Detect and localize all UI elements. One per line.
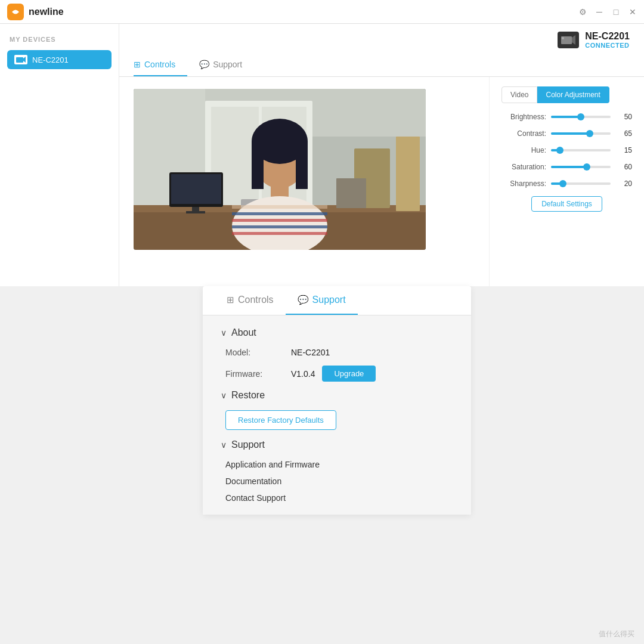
contrast-row: Contrast: 65 [501, 129, 632, 138]
hue-row: Hue: 15 [501, 146, 632, 154]
tab-controls[interactable]: ⊞ Controls [134, 54, 187, 76]
device-info: NE-C2201 CONNECTED [585, 31, 630, 49]
watermark: 值什么得买 [599, 629, 634, 639]
device-camera-icon [14, 55, 27, 64]
svg-rect-21 [252, 141, 264, 189]
default-settings-button[interactable]: Default Settings [531, 196, 602, 212]
brightness-row: Brightness: 50 [501, 113, 632, 121]
svg-rect-16 [186, 211, 205, 213]
sharpness-label: Sharpness: [501, 179, 546, 188]
support-link-contact[interactable]: Contact Support [225, 493, 453, 503]
device-name: NE-C2201 [32, 55, 69, 64]
sidebar-item-ne-c2201[interactable]: NE-C2201 [7, 50, 112, 69]
svg-rect-25 [232, 205, 327, 209]
brightness-track[interactable] [551, 116, 611, 118]
contrast-thumb[interactable] [586, 130, 593, 137]
support-section-title: Support [231, 439, 265, 450]
contrast-track[interactable] [551, 132, 611, 135]
support-link-documentation[interactable]: Documentation [225, 476, 453, 486]
close-button[interactable]: ✕ [628, 8, 637, 16]
sidebar-title: MY DEVICES [7, 36, 112, 43]
support-section-header[interactable]: ∨ Support [221, 439, 453, 450]
titlebar: newline ⚙ ─ □ ✕ [0, 0, 644, 24]
svg-point-4 [562, 37, 564, 39]
brightness-label: Brightness: [501, 113, 546, 121]
window-controls: ⚙ ─ □ ✕ [578, 8, 637, 16]
brightness-thumb[interactable] [577, 113, 584, 120]
main-tabs: ⊞ Controls 💬 Support [119, 54, 644, 77]
controls-icon: ⊞ [227, 295, 234, 305]
support-panel-tab-support[interactable]: 💬 Support [286, 286, 358, 315]
about-section-header[interactable]: ∨ About [221, 327, 453, 338]
saturation-fill [551, 166, 587, 168]
restore-section-header[interactable]: ∨ Restore [221, 390, 453, 401]
svg-marker-1 [23, 57, 26, 63]
saturation-thumb[interactable] [583, 163, 590, 171]
about-section-title: About [231, 327, 256, 338]
restore-chevron-icon: ∨ [221, 391, 227, 400]
panel-tabs: Video Color Adjustment [501, 86, 632, 103]
hue-thumb[interactable] [556, 147, 564, 154]
firmware-label: Firmware: [225, 369, 291, 379]
device-header: NE-C2201 CONNECTED [119, 24, 644, 54]
sharpness-value: 20 [615, 179, 632, 188]
hue-label: Hue: [501, 146, 546, 154]
brightness-fill [551, 116, 581, 118]
svg-rect-27 [232, 219, 327, 222]
minimize-button[interactable]: ─ [595, 8, 603, 16]
saturation-track[interactable] [551, 166, 611, 168]
svg-rect-32 [336, 178, 366, 208]
brightness-value: 50 [615, 113, 632, 121]
sharpness-row: Sharpness: 20 [501, 179, 632, 188]
contrast-value: 65 [615, 129, 632, 138]
support-panel-tabs: ⊞ Controls 💬 Support [203, 286, 471, 315]
svg-rect-29 [232, 232, 327, 235]
device-thumbnail [558, 32, 579, 48]
svg-rect-0 [16, 57, 23, 63]
camera-preview [134, 89, 426, 250]
firmware-value: V1.0.4 [291, 369, 315, 379]
device-model: NE-C2201 [585, 31, 630, 42]
contrast-label: Contrast: [501, 129, 546, 138]
model-row: Model: NE-C2201 [221, 348, 453, 357]
sharpness-track[interactable] [551, 182, 611, 185]
saturation-row: Saturation: 60 [501, 163, 632, 171]
hue-value: 15 [615, 146, 632, 154]
app-logo: newline [7, 4, 64, 20]
sharpness-thumb[interactable] [559, 180, 566, 187]
support-link-firmware[interactable]: Application and Firmware [225, 460, 453, 469]
svg-rect-15 [192, 207, 199, 212]
svg-rect-14 [171, 174, 221, 204]
controls-tab-icon: ⊞ [134, 60, 141, 69]
panel-tab-video[interactable]: Video [501, 86, 537, 103]
maximize-button[interactable]: □ [612, 8, 620, 16]
panel-tab-color[interactable]: Color Adjustment [537, 86, 609, 103]
support-panel-tab-controls[interactable]: ⊞ Controls [215, 286, 286, 315]
upgrade-button[interactable]: Upgrade [322, 366, 376, 382]
svg-rect-22 [296, 141, 308, 189]
restore-factory-defaults-button[interactable]: Restore Factory Defaults [225, 410, 336, 430]
model-value: NE-C2201 [291, 348, 330, 357]
svg-rect-28 [232, 225, 327, 228]
app-name: newline [29, 7, 64, 17]
saturation-value: 60 [615, 163, 632, 171]
support-icon: 💬 [298, 295, 309, 305]
support-content: ∨ About Model: NE-C2201 Firmware: V1.0.4… [203, 315, 471, 515]
svg-rect-26 [232, 212, 327, 215]
svg-marker-3 [572, 35, 575, 45]
settings-icon[interactable]: ⚙ [578, 8, 587, 16]
firmware-row: Firmware: V1.0.4 Upgrade [221, 366, 453, 382]
about-chevron-icon: ∨ [221, 328, 227, 338]
restore-section-title: Restore [231, 390, 265, 401]
device-connection-status: CONNECTED [585, 42, 630, 49]
support-tab-icon: 💬 [199, 60, 209, 69]
hue-track[interactable] [551, 149, 611, 151]
tab-support[interactable]: 💬 Support [199, 54, 254, 76]
support-chevron-icon: ∨ [221, 440, 227, 450]
support-panel: ⊞ Controls 💬 Support ∨ About Model: NE-C… [203, 286, 471, 515]
saturation-label: Saturation: [501, 163, 546, 171]
contrast-fill [551, 132, 590, 135]
support-links: Application and Firmware Documentation C… [221, 460, 453, 503]
model-label: Model: [225, 348, 291, 357]
logo-icon [7, 4, 24, 20]
